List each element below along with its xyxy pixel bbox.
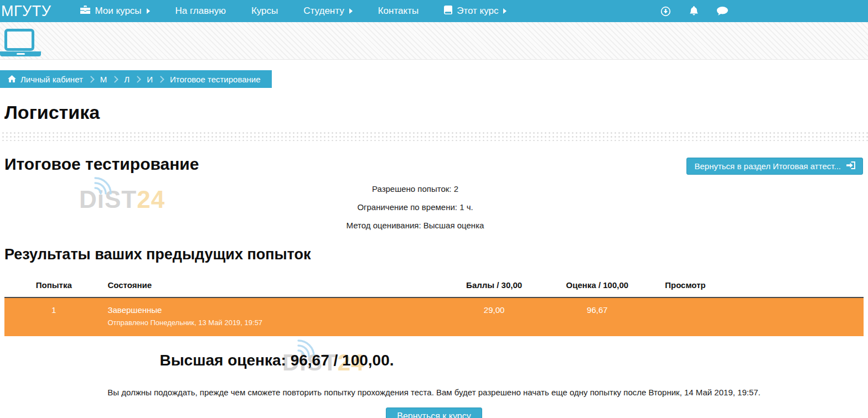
dotted-separator	[0, 130, 868, 141]
final-grade-block: DiST24 Высшая оценка: 96,67 / 100,00.	[0, 352, 554, 369]
quiz-title: Итоговое тестирование	[4, 155, 199, 174]
attempt-filler	[730, 297, 864, 336]
arrow-down-circle-icon[interactable]	[660, 6, 671, 17]
menu-contacts[interactable]: Контакты	[365, 0, 431, 22]
book-icon	[444, 6, 452, 17]
attempt-row: 1 Завершенные Отправлено Понедельник, 13…	[4, 297, 864, 336]
table-header-row: Попытка Состояние Баллы / 30,00 Оценка /…	[4, 274, 864, 297]
menu-label: Контакты	[378, 6, 418, 17]
breadcrumb-dashboard[interactable]: Личный кабинет	[8, 75, 83, 84]
attempt-state-cell: Завершенные Отправлено Понедельник, 13 М…	[103, 297, 434, 336]
chat-bubble-icon[interactable]	[717, 7, 728, 16]
top-navbar: МГУТУ Мои курсы На главную Курсы Студент…	[0, 0, 868, 22]
menu-label: Мои курсы	[95, 6, 141, 17]
breadcrumb-l[interactable]: Л	[124, 75, 130, 84]
attempts-allowed-text: Разрешено попыток: 2	[0, 184, 830, 194]
chevron-separator-icon	[157, 76, 164, 83]
chevron-right-icon	[147, 8, 150, 14]
time-limit-text: Ограничение по времени: 1 ч.	[0, 202, 830, 212]
attempt-number: 1	[4, 297, 103, 336]
menu-student[interactable]: Студенту	[291, 0, 365, 22]
bell-icon[interactable]	[689, 6, 699, 16]
menu-my-courses[interactable]: Мои курсы	[68, 0, 162, 22]
chevron-right-icon	[503, 8, 507, 14]
col-header-attempt: Попытка	[4, 274, 103, 297]
col-header-state: Состояние	[103, 274, 434, 297]
menu-courses[interactable]: Курсы	[239, 0, 291, 22]
navbar-right-icons	[660, 0, 728, 22]
wait-message: Вы должны подождать, прежде чем сможете …	[0, 388, 868, 397]
breadcrumb: Личный кабинет М Л И Итоговое тестирован…	[0, 70, 272, 88]
bottom-button-row: Вернуться к курсу	[0, 407, 868, 418]
col-header-review: Просмотр	[640, 274, 730, 297]
attempt-state: Завершенные	[107, 305, 430, 315]
breadcrumb-row: Личный кабинет М Л И Итоговое тестирован…	[0, 70, 868, 88]
chevron-separator-icon	[111, 76, 118, 83]
attempts-table: Попытка Состояние Баллы / 30,00 Оценка /…	[4, 274, 864, 336]
menu-label: На главную	[175, 6, 226, 17]
attempt-points: 29,00	[434, 297, 554, 336]
menu-this-course[interactable]: Этот курс	[431, 0, 519, 22]
quiz-info: Разрешено попыток: 2 Ограничение по врем…	[0, 184, 830, 230]
sign-in-icon	[846, 161, 855, 171]
logo-mgutu[interactable]: МГУТУ	[1, 3, 51, 20]
breadcrumb-m[interactable]: М	[100, 75, 107, 84]
breadcrumb-i[interactable]: И	[147, 75, 153, 84]
chevron-right-icon	[349, 8, 353, 14]
laptop-icon	[4, 29, 34, 51]
menu-label: Курсы	[251, 6, 278, 17]
page-title: Логистика	[4, 102, 868, 123]
attempt-submitted: Отправлено Понедельник, 13 Май 2019, 19:…	[107, 318, 430, 327]
col-header-grade: Оценка / 100,00	[554, 274, 640, 297]
menu-home[interactable]: На главную	[163, 0, 239, 22]
main-menu: Мои курсы На главную Курсы Студенту Конт…	[68, 0, 519, 22]
attempt-review	[640, 297, 730, 336]
back-to-section-button[interactable]: Вернуться в раздел Итоговая аттест...	[686, 158, 863, 175]
menu-label: Студенту	[303, 6, 344, 17]
chevron-separator-icon	[87, 76, 95, 83]
final-grade-text: Высшая оценка: 96,67 / 100,00.	[0, 352, 554, 369]
col-header-filler	[730, 274, 864, 297]
laptop-icon-notch	[17, 53, 25, 55]
attempt-grade: 96,67	[554, 297, 640, 336]
menu-label: Этот курс	[457, 6, 498, 17]
chevron-separator-icon	[134, 76, 141, 83]
grading-method-text: Метод оценивания: Высшая оценка	[0, 221, 830, 230]
briefcase-icon	[80, 6, 90, 17]
header-band	[0, 22, 868, 60]
back-to-course-button[interactable]: Вернуться к курсу	[386, 407, 482, 418]
home-icon	[8, 75, 16, 84]
breadcrumb-current: Итоговое тестирование	[170, 75, 261, 84]
col-header-points: Баллы / 30,00	[434, 274, 554, 297]
results-heading: Результаты ваших предыдущих попыток	[4, 246, 868, 263]
quiz-section-head: Итоговое тестирование Вернуться в раздел…	[4, 155, 863, 175]
